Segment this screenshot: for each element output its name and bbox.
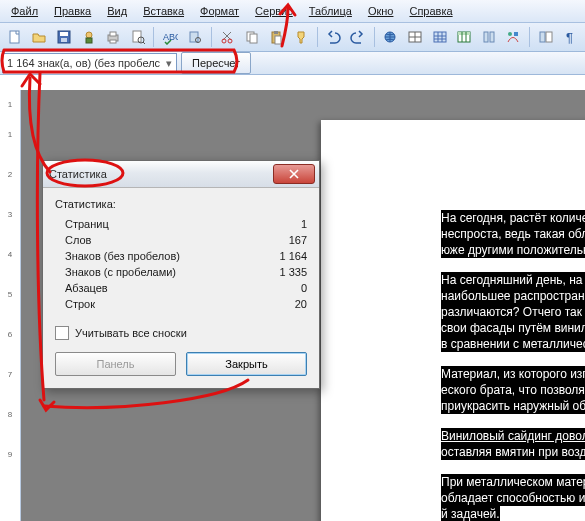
svg-rect-3 (61, 38, 67, 42)
spelling-icon[interactable]: ABC (159, 25, 181, 49)
selected-text[interactable]: свои фасады путём винилов (441, 320, 585, 336)
wordcount-text: 1 164 знак(а, ов) (без пробелс (7, 57, 160, 69)
svg-point-4 (86, 32, 92, 38)
new-doc-icon[interactable] (4, 25, 26, 49)
cut-icon[interactable] (216, 25, 238, 49)
standard-toolbar: ABC ¶ (0, 23, 585, 52)
svg-rect-9 (133, 31, 141, 42)
svg-rect-8 (110, 40, 116, 43)
dialog-body: Статистика: Страниц1 Слов167 Знаков (без… (43, 188, 319, 388)
print-preview-icon[interactable] (127, 25, 149, 49)
selected-text[interactable]: оставляя вмятин при воздей (441, 444, 585, 460)
dialog-close-button[interactable] (273, 164, 315, 184)
vertical-ruler[interactable]: 1 1 2 3 4 5 6 7 8 9 (0, 90, 21, 521)
svg-text:¶: ¶ (566, 30, 573, 45)
svg-rect-32 (458, 32, 470, 35)
dialog-title: Статистика (49, 168, 107, 180)
selected-text[interactable]: неспроста, ведь такая облиц (441, 226, 585, 242)
menu-table[interactable]: Таблица (302, 3, 359, 19)
permission-icon[interactable] (78, 25, 100, 49)
show-formatting-icon[interactable]: ¶ (560, 25, 582, 49)
menu-bar: Файл Правка Вид Вставка Формат Сервис Та… (0, 0, 585, 23)
svg-rect-20 (274, 31, 278, 34)
print-icon[interactable] (102, 25, 124, 49)
copy-icon[interactable] (241, 25, 263, 49)
svg-rect-18 (250, 34, 257, 43)
paste-icon[interactable] (266, 25, 288, 49)
selected-text[interactable]: различаются? Отчего так у (441, 304, 585, 320)
dropdown-arrow-icon[interactable]: ▾ (166, 57, 172, 70)
redo-icon[interactable] (347, 25, 369, 49)
menu-file[interactable]: Файл (4, 3, 45, 19)
dialog-heading: Статистика: (55, 198, 307, 210)
svg-rect-2 (60, 32, 68, 36)
research-icon[interactable] (184, 25, 206, 49)
svg-rect-36 (490, 32, 494, 42)
word-app-window: Файл Правка Вид Вставка Формат Сервис Та… (0, 0, 585, 521)
tables-borders-icon[interactable] (404, 25, 426, 49)
stat-row-chars-nospaces: Знаков (без пробелов)1 164 (55, 248, 307, 264)
selected-text[interactable]: Материал, из которого изгот (441, 366, 585, 382)
footnotes-checkbox-row[interactable]: Учитывать все сноски (55, 326, 307, 340)
stat-row-paragraphs: Абзацев0 (55, 280, 307, 296)
insert-worksheet-icon[interactable] (453, 25, 475, 49)
undo-icon[interactable] (323, 25, 345, 49)
selected-text[interactable]: На сегодняшний день, на ры (441, 272, 585, 288)
svg-line-11 (143, 42, 145, 44)
selected-text[interactable]: еского брата, что позволяет (441, 382, 585, 398)
menu-help[interactable]: Справка (402, 3, 459, 19)
svg-rect-26 (434, 32, 446, 42)
svg-rect-40 (546, 32, 552, 42)
stat-row-words: Слов167 (55, 232, 307, 248)
stat-row-lines: Строк20 (55, 296, 307, 312)
svg-rect-5 (86, 38, 92, 43)
svg-rect-38 (514, 32, 518, 36)
selected-text[interactable]: приукрасить наружный обли (441, 398, 585, 414)
insert-table-icon[interactable] (429, 25, 451, 49)
selected-text[interactable]: юже другими положительны (441, 242, 585, 258)
svg-point-37 (508, 32, 512, 36)
menu-window[interactable]: Окно (361, 3, 401, 19)
svg-rect-7 (110, 32, 116, 36)
dialog-titlebar[interactable]: Статистика (43, 161, 319, 188)
checkbox-icon[interactable] (55, 326, 69, 340)
svg-rect-35 (484, 32, 488, 42)
columns-icon[interactable] (478, 25, 500, 49)
toolbar-separator (153, 27, 154, 47)
panel-button[interactable]: Панель (55, 352, 176, 376)
toolbar-separator (529, 27, 530, 47)
selected-text[interactable]: в сравнении с металлическ (441, 336, 585, 352)
toolbar-separator (374, 27, 375, 47)
selected-text[interactable]: обладает способностью ими (441, 490, 585, 506)
selected-text[interactable]: й задачей. (441, 506, 500, 521)
document-page[interactable]: На сегодня, растёт количест неспроста, в… (321, 120, 585, 521)
statistics-dialog: Статистика Статистика: Страниц1 Слов167 … (42, 160, 320, 389)
menu-view[interactable]: Вид (100, 3, 134, 19)
menu-insert[interactable]: Вставка (136, 3, 191, 19)
save-icon[interactable] (53, 25, 75, 49)
svg-rect-39 (540, 32, 545, 42)
hyperlink-icon[interactable] (380, 25, 402, 49)
toolbar-separator (211, 27, 212, 47)
svg-rect-21 (275, 36, 281, 44)
recount-button[interactable]: Пересчет (181, 52, 251, 74)
format-painter-icon[interactable] (290, 25, 312, 49)
menu-format[interactable]: Формат (193, 3, 246, 19)
selected-text[interactable]: На сегодня, растёт количест (441, 210, 585, 226)
drawing-icon[interactable] (503, 25, 525, 49)
wordcount-toolbar: 1 164 знак(а, ов) (без пробелс ▾ Пересче… (0, 52, 585, 75)
wordcount-field[interactable]: 1 164 знак(а, ов) (без пробелс ▾ (2, 53, 177, 73)
doc-map-icon[interactable] (535, 25, 557, 49)
stat-row-chars-spaces: Знаков (с пробелами)1 335 (55, 264, 307, 280)
selected-text[interactable]: При металлическом материа (441, 474, 585, 490)
close-button[interactable]: Закрыть (186, 352, 307, 376)
selected-text[interactable]: наибольшее распространени (441, 288, 585, 304)
selected-text[interactable]: Виниловый сайдинг довольн (441, 428, 585, 444)
menu-tools[interactable]: Сервис (248, 3, 300, 19)
close-icon (288, 169, 300, 179)
checkbox-label: Учитывать все сноски (75, 327, 187, 339)
open-icon[interactable] (29, 25, 51, 49)
svg-rect-13 (190, 32, 198, 42)
svg-rect-0 (10, 31, 19, 43)
menu-edit[interactable]: Правка (47, 3, 98, 19)
